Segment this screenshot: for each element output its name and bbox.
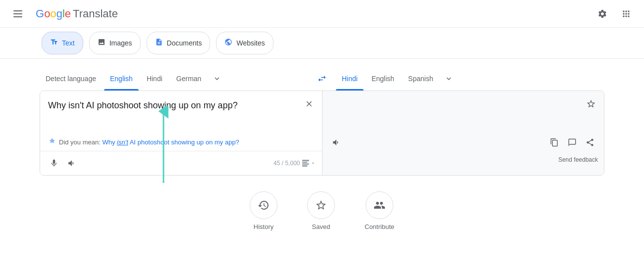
target-more-langs-btn[interactable]: [441, 71, 457, 87]
tab-images[interactable]: Images: [89, 32, 141, 54]
tab-documents-label: Documents: [167, 39, 202, 47]
font-select[interactable]: [302, 160, 316, 167]
history-action[interactable]: History: [250, 191, 277, 230]
speaker-input-btn[interactable]: [64, 155, 80, 171]
svg-rect-2: [13, 16, 22, 17]
apps-button[interactable]: [616, 4, 636, 24]
tab-images-label: Images: [109, 39, 132, 47]
logo: Google Translate: [36, 7, 118, 20]
save-translation-btn[interactable]: [584, 97, 598, 111]
svg-rect-6: [302, 165, 308, 167]
header-right: [592, 4, 636, 24]
output-text: [322, 91, 604, 131]
header-left: Google Translate: [8, 4, 118, 24]
tab-websites[interactable]: Websites: [216, 32, 273, 54]
did-you-mean-bar: Did you mean: Why isn't AI photoshoot sh…: [40, 135, 322, 151]
websites-icon: [224, 38, 232, 48]
text-icon: [50, 38, 58, 48]
contribute-label: Contribute: [365, 223, 394, 230]
swap-languages-btn[interactable]: [312, 69, 332, 89]
mic-btn[interactable]: [46, 155, 62, 171]
svg-rect-0: [13, 10, 22, 11]
source-english-btn[interactable]: English: [104, 71, 139, 87]
share-translation-btn[interactable]: [582, 135, 598, 150]
output-panel-footer: [322, 131, 604, 154]
output-panel: Send feedback: [322, 91, 604, 175]
settings-button[interactable]: [592, 4, 612, 24]
main-content: Detect language English Hindi German Hin…: [0, 59, 644, 246]
svg-rect-5: [302, 164, 309, 165]
tab-documents[interactable]: Documents: [147, 32, 211, 54]
documents-icon: [155, 38, 163, 48]
tab-websites-label: Websites: [236, 39, 265, 47]
char-count: 45 / 5,000: [273, 160, 300, 167]
did-you-mean-text: Did you mean: Why isn't AI photoshoot sh…: [59, 138, 239, 146]
input-panel: Why isn't AI photoshoot showing up on my…: [40, 91, 322, 175]
target-hindi-btn[interactable]: Hindi: [336, 71, 364, 87]
images-icon: [98, 38, 106, 48]
language-selector-bars: Detect language English Hindi German Hin…: [40, 67, 604, 90]
speaker-output-btn[interactable]: [328, 135, 344, 150]
output-actions: [546, 135, 598, 150]
saved-action[interactable]: Saved: [307, 191, 335, 230]
svg-rect-1: [13, 13, 22, 14]
source-more-langs-btn[interactable]: [209, 71, 225, 87]
detect-language-btn[interactable]: Detect language: [40, 71, 102, 87]
target-spanish-btn[interactable]: Spanish: [402, 71, 439, 87]
bottom-actions: History Saved Contribute: [40, 176, 604, 238]
target-lang-bar: Hindi English Spanish: [336, 67, 604, 90]
header: Google Translate: [0, 0, 644, 28]
clear-input-btn[interactable]: [302, 97, 316, 111]
target-english-btn[interactable]: English: [366, 71, 400, 87]
nav-tabs: Text Images Documents Websites: [0, 28, 644, 59]
source-lang-bar: Detect language English Hindi German: [40, 67, 308, 90]
send-feedback-link[interactable]: Send feedback: [322, 154, 604, 165]
history-circle: [250, 191, 277, 219]
input-footer-right: 45 / 5,000: [273, 160, 316, 167]
contribute-circle: [366, 191, 393, 219]
rate-translation-btn[interactable]: [564, 135, 580, 150]
source-german-btn[interactable]: German: [170, 71, 208, 87]
input-panel-footer: 45 / 5,000: [40, 151, 322, 175]
saved-label: Saved: [312, 223, 330, 230]
google-wordmark: Google: [36, 7, 71, 20]
svg-rect-3: [302, 160, 309, 161]
saved-circle: [307, 191, 335, 219]
translation-panels: Why isn't AI photoshoot showing up on my…: [40, 90, 604, 176]
menu-button[interactable]: [8, 4, 28, 24]
tab-text[interactable]: Text: [42, 32, 83, 54]
history-label: History: [254, 223, 273, 230]
source-hindi-btn[interactable]: Hindi: [141, 71, 168, 87]
did-you-mean-link[interactable]: Why isn't AI photoshoot showing up on my…: [102, 138, 239, 146]
source-text-input[interactable]: Why isn't AI photoshoot showing up on my…: [40, 91, 322, 134]
translate-wordmark: Translate: [73, 7, 118, 20]
tab-text-label: Text: [62, 39, 75, 47]
input-footer-left: [46, 155, 80, 171]
copy-translation-btn[interactable]: [546, 135, 562, 150]
sparkle-icon: [48, 137, 56, 147]
contribute-action[interactable]: Contribute: [365, 191, 394, 230]
svg-rect-4: [302, 162, 308, 163]
